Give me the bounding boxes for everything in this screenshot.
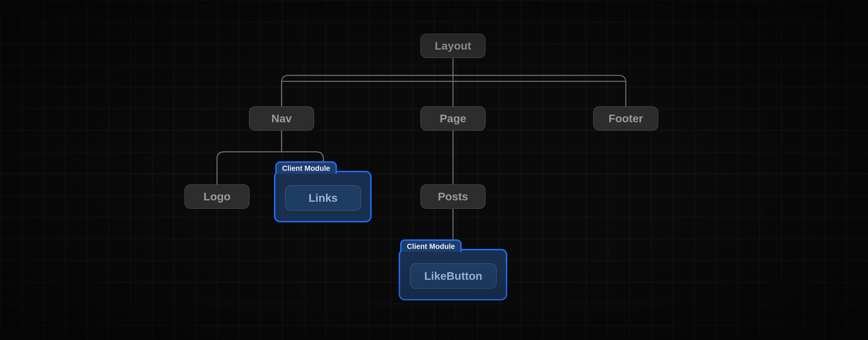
node-posts: Posts — [421, 184, 486, 209]
node-label: Nav — [271, 112, 291, 125]
client-module-label: Client Module — [282, 164, 330, 173]
node-label: Posts — [438, 190, 468, 203]
node-page: Page — [421, 106, 486, 131]
node-label: Logo — [204, 190, 230, 203]
node-logo: Logo — [184, 184, 250, 209]
node-layout: Layout — [421, 34, 486, 58]
client-module-badge: Client Module — [275, 161, 337, 174]
node-label: Footer — [609, 112, 643, 125]
client-module-label: Client Module — [407, 242, 455, 250]
node-label: Layout — [435, 39, 471, 52]
node-likebutton: LikeButton — [410, 263, 497, 289]
node-label: LikeButton — [424, 270, 482, 282]
client-module-badge: Client Module — [400, 239, 462, 252]
node-footer: Footer — [593, 106, 658, 131]
node-label: Page — [440, 112, 466, 125]
node-links: Links — [285, 185, 361, 211]
client-module-links: Client Module Links — [274, 171, 372, 222]
node-label: Links — [308, 192, 337, 205]
client-module-likebutton: Client Module LikeButton — [399, 249, 507, 301]
node-nav: Nav — [249, 106, 314, 131]
